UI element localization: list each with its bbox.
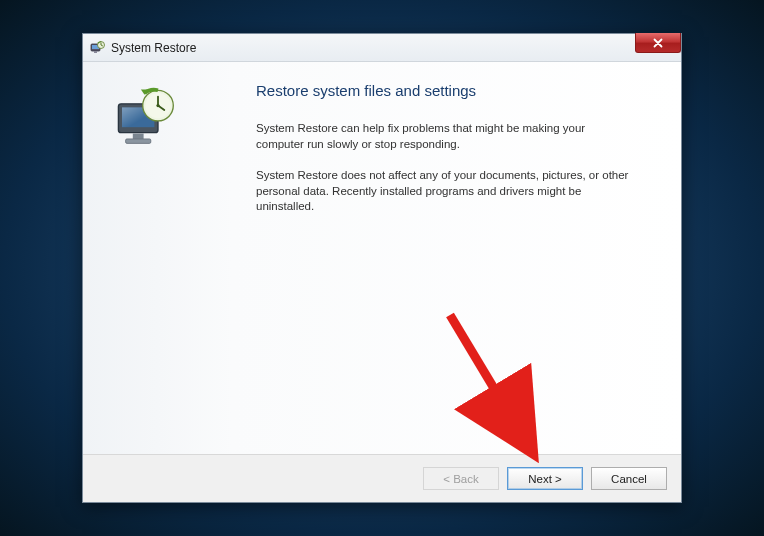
page-heading: Restore system files and settings bbox=[256, 82, 653, 99]
wizard-footer: < Back Next > Cancel bbox=[83, 454, 681, 502]
system-restore-window: System Restore bbox=[82, 33, 682, 503]
close-icon bbox=[653, 38, 663, 48]
description-paragraph-2: System Restore does not affect any of yo… bbox=[256, 168, 636, 215]
restore-monitor-clock-icon bbox=[113, 84, 185, 156]
next-button[interactable]: Next > bbox=[507, 467, 583, 490]
svg-rect-8 bbox=[126, 139, 151, 144]
svg-rect-2 bbox=[94, 51, 97, 53]
svg-point-11 bbox=[156, 104, 159, 107]
titlebar: System Restore bbox=[83, 34, 681, 62]
wizard-sidebar bbox=[83, 62, 248, 454]
description-paragraph-1: System Restore can help fix problems tha… bbox=[256, 121, 636, 152]
wizard-content: Restore system files and settings System… bbox=[248, 62, 681, 454]
wizard-body: Restore system files and settings System… bbox=[83, 62, 681, 454]
back-button: < Back bbox=[423, 467, 499, 490]
svg-rect-7 bbox=[133, 134, 144, 139]
system-restore-icon bbox=[89, 40, 105, 56]
cancel-button[interactable]: Cancel bbox=[591, 467, 667, 490]
window-title: System Restore bbox=[111, 41, 196, 55]
close-button[interactable] bbox=[635, 33, 681, 53]
